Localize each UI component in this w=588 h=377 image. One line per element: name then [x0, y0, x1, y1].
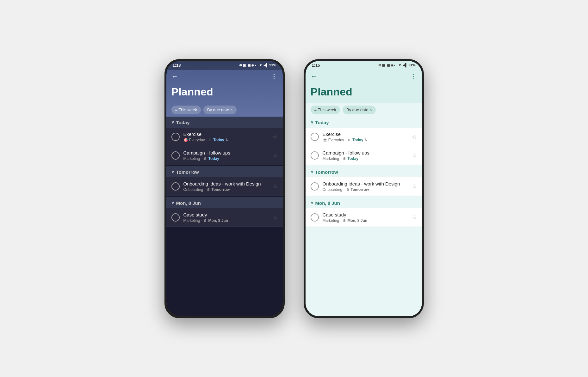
volume-down-button — [164, 131, 166, 146]
task-date: Today — [352, 138, 363, 142]
volume-up-button — [164, 112, 166, 127]
task-title: Case study — [183, 212, 269, 217]
task-date: Mon, 8 Jun — [208, 218, 228, 223]
task-meta: Marketing · 🗓 Today — [183, 156, 269, 161]
task-date: Mon, 8 Jun — [348, 218, 368, 223]
task-title: Onboarding ideas - work with Design — [323, 181, 408, 186]
filter-row: ≡ This week By due date × — [166, 103, 283, 117]
status-bar: 1:18 ⊕ ▣ ▣ ◈ • ▼ ◀▌ 91% — [166, 61, 283, 70]
group-filter-chip[interactable]: ≡ This week — [171, 106, 201, 114]
power-button — [283, 121, 285, 143]
meta-sep: · — [204, 187, 205, 192]
task-checkbox[interactable] — [311, 213, 319, 222]
filter-row: ≡ This week By due date × — [306, 103, 422, 117]
task-list: ∨ Today Exercise 🎯 Everyday · 🗓 Today ↻ … — [166, 117, 283, 316]
phone-light: 1:15 ⊕ ▣ ▣ ◈ • ▼ ◀▌ 91% ← ⋮ Planned ≡ Th… — [304, 59, 424, 318]
star-button[interactable]: ☆ — [412, 183, 417, 190]
task-item-exercise[interactable]: Exercise ☕ Everyday · 🗓 Today ↻ ☆ — [306, 128, 422, 146]
task-checkbox[interactable] — [311, 133, 319, 141]
meta-sep: · — [201, 156, 202, 161]
chevron-icon: ∨ — [171, 201, 174, 205]
task-date: Tomorrow — [351, 187, 369, 192]
sort-filter-chip[interactable]: By due date × — [343, 106, 376, 114]
task-checkbox[interactable] — [171, 133, 180, 141]
task-list-name: ☕ Everyday — [323, 138, 344, 142]
task-item-onboarding[interactable]: Onboarding ideas - work with Design Onbo… — [166, 177, 283, 196]
star-button[interactable]: ☆ — [273, 183, 278, 190]
task-item-campaign[interactable]: Campaign - follow ups Marketing · 🗓 Toda… — [166, 146, 283, 165]
section-today[interactable]: ∨ Today — [306, 117, 422, 128]
task-content: Campaign - follow ups Marketing · 🗓 Toda… — [183, 150, 269, 161]
calendar-icon: 🗓 — [208, 138, 212, 142]
section-today[interactable]: ∨ Today — [166, 117, 283, 128]
task-title: Case study — [323, 212, 408, 217]
task-list-name: Onboarding — [323, 187, 343, 192]
task-meta: Marketing · 🗓 Mon, 8 Jun — [183, 218, 269, 223]
section-tomorrow[interactable]: ∨ Tomorrow — [166, 166, 283, 177]
task-meta: Onboarding · 🗓 Tomorrow — [183, 187, 269, 192]
task-list: ∨ Today Exercise ☕ Everyday · 🗓 Today ↻ … — [306, 117, 422, 316]
task-item-exercise[interactable]: Exercise 🎯 Everyday · 🗓 Today ↻ ☆ — [166, 128, 283, 146]
meta-sep: · — [340, 218, 341, 223]
meta-sep: · — [345, 138, 346, 142]
app-bar: ← ⋮ — [166, 70, 283, 83]
task-content: Case study Marketing · 🗓 Mon, 8 Jun — [183, 212, 269, 223]
section-mon8jun-label: Mon, 8 Jun — [176, 200, 201, 206]
power-button — [423, 121, 424, 143]
task-title: Exercise — [323, 131, 408, 137]
task-list-name: Marketing — [183, 218, 200, 223]
task-meta: 🎯 Everyday · 🗓 Today ↻ — [183, 138, 269, 142]
section-tomorrow-label: Tomorrow — [176, 169, 199, 175]
task-checkbox[interactable] — [311, 151, 319, 160]
task-item-casestudy[interactable]: Case study Marketing · 🗓 Mon, 8 Jun ☆ — [166, 208, 283, 227]
star-button[interactable]: ☆ — [412, 214, 417, 221]
section-mon8jun[interactable]: ∨ Mon, 8 Jun — [166, 197, 283, 208]
task-list-name: Marketing — [183, 156, 200, 161]
chevron-icon: ∨ — [311, 170, 313, 174]
section-mon8jun[interactable]: ∨ Mon, 8 Jun — [306, 197, 422, 208]
page-title: Planned — [311, 86, 417, 98]
task-item-casestudy[interactable]: Case study Marketing · 🗓 Mon, 8 Jun ☆ — [306, 208, 422, 227]
task-list-name: Onboarding — [183, 187, 203, 192]
star-button[interactable]: ☆ — [412, 133, 417, 140]
calendar-icon: 🗓 — [343, 157, 346, 161]
task-meta: Marketing · 🗓 Today — [323, 156, 408, 161]
task-checkbox[interactable] — [171, 182, 180, 191]
task-content: Case study Marketing · 🗓 Mon, 8 Jun — [323, 212, 408, 223]
back-button[interactable]: ← — [311, 72, 318, 81]
star-button[interactable]: ☆ — [273, 214, 278, 221]
section-today-label: Today — [315, 120, 329, 125]
task-date: Tomorrow — [212, 187, 230, 192]
group-filter-label: ≡ This week — [314, 107, 336, 112]
back-button[interactable]: ← — [171, 72, 178, 81]
meta-sep: · — [206, 138, 207, 142]
calendar-icon: 🗓 — [207, 188, 210, 192]
more-button[interactable]: ⋮ — [271, 73, 278, 80]
status-icons: ⊕ ▣ ▣ ◈ • ▼ ◀▌ 91% — [239, 63, 276, 67]
page-header: Planned — [306, 83, 422, 103]
task-item-onboarding[interactable]: Onboarding ideas - work with Design Onbo… — [306, 177, 422, 196]
chevron-icon: ∨ — [171, 170, 174, 174]
sort-filter-chip[interactable]: By due date × — [203, 106, 237, 114]
star-button[interactable]: ☆ — [412, 152, 417, 159]
task-list-name: Marketing — [323, 156, 339, 161]
star-button[interactable]: ☆ — [273, 152, 278, 159]
section-tomorrow-label: Tomorrow — [315, 169, 338, 175]
chevron-icon: ∨ — [171, 120, 174, 125]
task-checkbox[interactable] — [171, 213, 180, 222]
task-title: Onboarding ideas - work with Design — [183, 181, 269, 186]
status-bar: 1:15 ⊕ ▣ ▣ ◈ • ▼ ◀▌ 91% — [306, 61, 422, 70]
task-date: Today — [213, 138, 224, 142]
task-checkbox[interactable] — [311, 182, 319, 191]
task-content: Onboarding ideas - work with Design Onbo… — [183, 181, 269, 192]
section-tomorrow[interactable]: ∨ Tomorrow — [306, 166, 422, 177]
more-button[interactable]: ⋮ — [410, 73, 417, 80]
volume-down-button — [304, 131, 305, 146]
task-content: Onboarding ideas - work with Design Onbo… — [323, 181, 408, 192]
task-item-campaign[interactable]: Campaign - follow ups Marketing · 🗓 Toda… — [306, 146, 422, 165]
group-filter-chip[interactable]: ≡ This week — [311, 106, 340, 114]
task-date: Today — [208, 156, 219, 161]
task-checkbox[interactable] — [171, 151, 180, 160]
star-button[interactable]: ☆ — [273, 133, 278, 140]
calendar-icon: 🗓 — [204, 219, 207, 222]
